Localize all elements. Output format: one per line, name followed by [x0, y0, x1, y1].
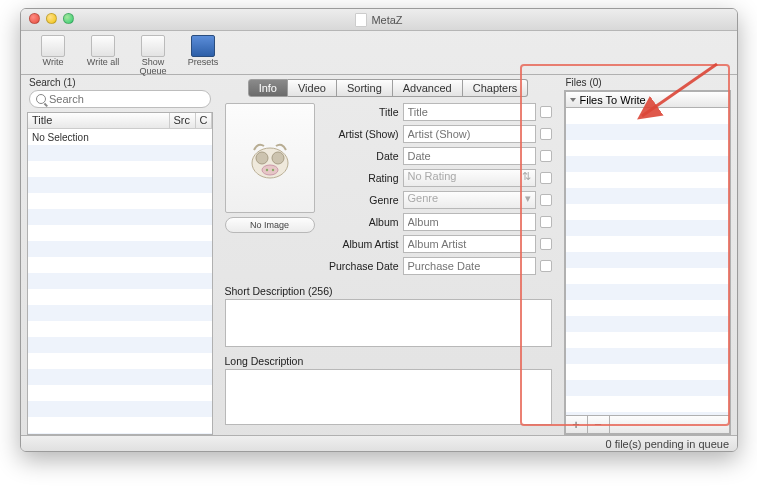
svg-point-2	[272, 152, 284, 164]
col-title[interactable]: Title	[28, 113, 170, 128]
long-desc-label: Long Description	[225, 355, 552, 367]
disclosure-triangle-icon[interactable]	[570, 98, 576, 102]
zoom-icon[interactable]	[63, 13, 74, 24]
tab-advanced[interactable]: Advanced	[393, 79, 463, 97]
minimize-icon[interactable]	[46, 13, 57, 24]
album-artist-label: Album Artist	[323, 238, 399, 250]
tab-chapters[interactable]: Chapters	[463, 79, 529, 97]
album-field[interactable]	[403, 213, 536, 231]
svg-point-3	[262, 165, 278, 175]
artwork-well[interactable]	[225, 103, 315, 213]
status-bar: 0 file(s) pending in queue	[21, 435, 737, 451]
album-artist-field[interactable]	[403, 235, 536, 253]
show-queue-button[interactable]: Show Queue	[129, 33, 177, 76]
presets-icon	[191, 35, 215, 57]
genre-check[interactable]	[540, 194, 552, 206]
svg-point-4	[265, 169, 267, 171]
app-window: MetaZ Write Write all Show Queue Presets…	[20, 8, 738, 452]
artist-label: Artist (Show)	[323, 128, 399, 140]
search-field-wrap[interactable]	[29, 90, 211, 108]
svg-point-1	[256, 152, 268, 164]
files-list[interactable]	[565, 107, 731, 416]
window-title: MetaZ	[355, 13, 402, 27]
genre-select[interactable]: Genre ▾	[403, 191, 536, 209]
write-all-button[interactable]: Write all	[79, 33, 127, 67]
album-check[interactable]	[540, 216, 552, 228]
artist-field[interactable]	[403, 125, 536, 143]
purchase-date-label: Purchase Date	[323, 260, 399, 272]
album-artist-check[interactable]	[540, 238, 552, 250]
search-icon	[36, 94, 46, 104]
search-input[interactable]	[49, 93, 204, 105]
rating-check[interactable]	[540, 172, 552, 184]
rating-label: Rating	[323, 172, 399, 184]
artist-check[interactable]	[540, 128, 552, 140]
detail-tabs: Info Video Sorting Advanced Chapters	[248, 79, 529, 97]
date-check[interactable]	[540, 150, 552, 162]
search-panel-label: Search (1)	[29, 77, 213, 88]
queue-icon	[141, 35, 165, 57]
search-panel: Search (1) Title Src C No Selection	[27, 75, 213, 435]
col-c[interactable]: C	[196, 113, 212, 128]
purchase-date-check[interactable]	[540, 260, 552, 272]
date-field[interactable]	[403, 147, 536, 165]
write-all-icon	[91, 35, 115, 57]
cow-placeholder-icon	[240, 128, 300, 188]
col-src[interactable]: Src	[170, 113, 196, 128]
svg-point-5	[271, 169, 273, 171]
short-desc-field[interactable]	[225, 299, 552, 347]
write-button[interactable]: Write	[29, 33, 77, 67]
genre-label: Genre	[323, 194, 399, 206]
title-label: Title	[323, 106, 399, 118]
search-results-list[interactable]: Title Src C No Selection	[27, 112, 213, 435]
tab-sorting[interactable]: Sorting	[337, 79, 393, 97]
remove-file-button[interactable]: −	[588, 416, 610, 433]
detail-panel: Info Video Sorting Advanced Chapters	[219, 75, 558, 435]
titlebar: MetaZ	[21, 9, 737, 31]
toolbar: Write Write all Show Queue Presets	[21, 31, 737, 75]
album-label: Album	[323, 216, 399, 228]
tab-info[interactable]: Info	[248, 79, 288, 97]
presets-button[interactable]: Presets	[179, 33, 227, 67]
date-label: Date	[323, 150, 399, 162]
status-text: 0 file(s) pending in queue	[605, 438, 729, 450]
title-field[interactable]	[403, 103, 536, 121]
long-desc-field[interactable]	[225, 369, 552, 425]
close-icon[interactable]	[29, 13, 40, 24]
title-check[interactable]	[540, 106, 552, 118]
rating-select[interactable]: No Rating ⇅	[403, 169, 536, 187]
files-header[interactable]: Files To Write	[565, 91, 731, 107]
tab-video[interactable]: Video	[288, 79, 337, 97]
files-panel: Files (0) Files To Write + −	[564, 75, 732, 435]
no-image-button[interactable]: No Image	[225, 217, 315, 233]
write-icon	[41, 35, 65, 57]
list-item[interactable]: No Selection	[28, 129, 212, 145]
short-desc-label: Short Description (256)	[225, 285, 552, 297]
purchase-date-field[interactable]	[403, 257, 536, 275]
document-icon	[355, 13, 367, 27]
add-file-button[interactable]: +	[566, 416, 588, 433]
files-panel-label: Files (0)	[566, 77, 732, 88]
